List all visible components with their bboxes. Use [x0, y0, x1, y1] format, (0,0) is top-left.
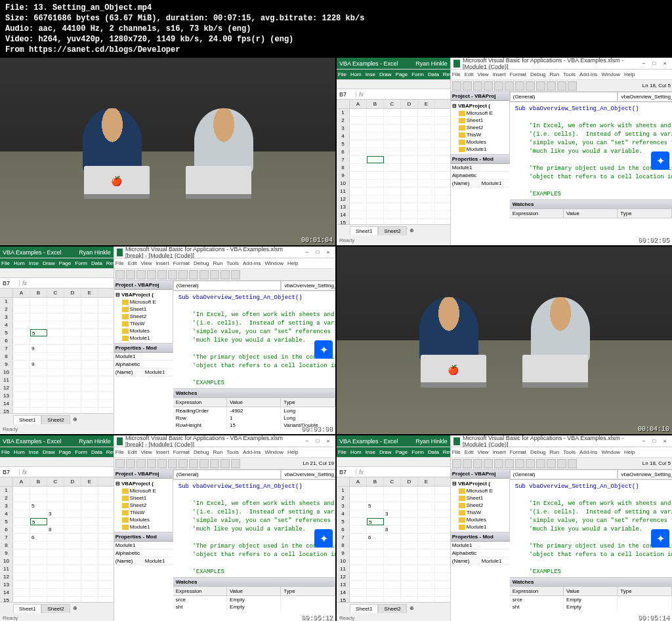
cell-d7[interactable]	[401, 534, 418, 541]
row-header-3[interactable]: 3	[337, 502, 350, 510]
cell-a6[interactable]	[13, 526, 30, 533]
row-header-12[interactable]: 12	[337, 195, 350, 203]
cell-c2[interactable]	[47, 494, 64, 502]
cell-b7[interactable]	[367, 156, 384, 163]
vba-menu-format[interactable]: Format	[173, 449, 190, 455]
tree-item[interactable]: Sheet1	[452, 117, 508, 124]
row-header-14[interactable]: 14	[337, 589, 350, 596]
sheet-tab-sheet1[interactable]: Sheet1	[350, 604, 378, 613]
tree-item[interactable]: Module1	[116, 523, 171, 531]
cell-c12[interactable]	[384, 195, 401, 203]
cell-b15[interactable]	[30, 408, 47, 413]
cell-d3[interactable]	[401, 125, 418, 132]
cell-c15[interactable]	[384, 219, 401, 224]
cell-b1[interactable]	[367, 109, 384, 116]
cell-a4[interactable]	[13, 510, 30, 517]
cell-b9[interactable]	[30, 550, 47, 557]
cell-a4[interactable]	[13, 321, 30, 329]
vba-menu-tools[interactable]: Tools	[563, 71, 576, 77]
cell-e4[interactable]	[418, 132, 435, 140]
cell-a10[interactable]	[13, 369, 30, 376]
toolbar-button-0[interactable]	[452, 459, 461, 468]
toolbar-button-4[interactable]	[158, 459, 167, 468]
cell-a10[interactable]	[350, 557, 367, 565]
cell-d13[interactable]	[64, 581, 81, 588]
cell-b2[interactable]	[30, 306, 47, 313]
cell-b2[interactable]	[367, 494, 384, 502]
cell-b4[interactable]	[367, 510, 384, 517]
toolbar-button-10[interactable]	[557, 81, 566, 90]
row-header-7[interactable]: 7	[337, 156, 350, 163]
cell-d1[interactable]	[64, 487, 81, 494]
cell-c4[interactable]: 3	[47, 510, 64, 517]
col-header-C[interactable]: C	[384, 477, 401, 486]
row-header-13[interactable]: 13	[0, 581, 13, 588]
cell-d1[interactable]	[401, 109, 418, 116]
cell-c5[interactable]	[384, 518, 401, 525]
watch-col-value[interactable]: Value	[227, 398, 281, 407]
row-header-1[interactable]: 1	[337, 487, 350, 494]
cell-e6[interactable]	[81, 526, 98, 533]
cell-b11[interactable]	[30, 565, 47, 572]
toolbar-button-4[interactable]	[158, 270, 167, 279]
cell-a7[interactable]	[350, 534, 367, 541]
cell-c11[interactable]	[384, 188, 401, 195]
toolbar-button-8[interactable]	[536, 81, 545, 90]
row-header-10[interactable]: 10	[0, 369, 13, 376]
cell-b7[interactable]: 6	[30, 534, 47, 541]
cell-d1[interactable]	[64, 298, 81, 305]
cell-e1[interactable]	[81, 298, 98, 305]
cell-d2[interactable]	[401, 494, 418, 502]
row-header-13[interactable]: 13	[0, 392, 13, 399]
cell-b9[interactable]	[367, 172, 384, 179]
col-header-A[interactable]: A	[350, 100, 367, 108]
toolbar-button-6[interactable]	[178, 270, 188, 279]
cell-b10[interactable]	[367, 557, 384, 565]
excel-menu-data[interactable]: Data	[428, 71, 439, 77]
toolbar-button-11[interactable]	[231, 459, 240, 468]
excel-menu-data[interactable]: Data	[91, 260, 102, 266]
prop-alpha-tab[interactable]: Alphabetic	[114, 361, 144, 368]
toolbar-button-10[interactable]	[220, 459, 230, 468]
vba-menu-help[interactable]: Help	[287, 260, 298, 266]
add-sheet-button[interactable]: ⊕	[410, 228, 414, 233]
row-header-9[interactable]: 9	[337, 172, 350, 179]
cell-c15[interactable]	[47, 408, 64, 413]
minimize-button[interactable]: −	[639, 60, 648, 68]
cell-c11[interactable]	[47, 376, 64, 384]
vba-menu-insert[interactable]: Insert	[156, 449, 169, 455]
cell-d15[interactable]	[401, 219, 418, 224]
row-header-12[interactable]: 12	[0, 573, 13, 580]
cell-e5[interactable]	[81, 329, 98, 336]
cell-d14[interactable]	[401, 589, 418, 596]
cell-b10[interactable]	[30, 557, 47, 565]
cell-c9[interactable]	[384, 550, 401, 557]
cell-e2[interactable]	[418, 117, 435, 124]
cell-e1[interactable]	[418, 109, 435, 116]
cell-b4[interactable]	[30, 321, 47, 329]
cell-c4[interactable]: 3	[384, 510, 401, 517]
cell-d5[interactable]	[64, 518, 81, 525]
add-sheet-button[interactable]: ⊕	[73, 605, 77, 611]
cell-b13[interactable]	[30, 392, 47, 399]
procedure-dropdown[interactable]: vbaOverview_Setting_An_Object	[618, 470, 672, 479]
row-header-11[interactable]: 11	[0, 565, 13, 572]
row-header-15[interactable]: 15	[337, 597, 350, 602]
row-header-7[interactable]: 7	[0, 534, 13, 541]
cell-d10[interactable]	[64, 557, 81, 565]
cell-d9[interactable]	[401, 550, 418, 557]
toolbar-button-1[interactable]	[463, 81, 472, 90]
tree-item[interactable]: Module1	[452, 146, 508, 153]
cell-c5[interactable]	[47, 518, 64, 525]
cell-a12[interactable]	[13, 384, 30, 391]
row-header-15[interactable]: 15	[0, 408, 13, 413]
cell-c8[interactable]	[384, 164, 401, 171]
vba-menu-tools[interactable]: Tools	[226, 260, 239, 266]
cell-a11[interactable]	[350, 188, 367, 195]
tree-item[interactable]: ThisW	[116, 509, 171, 516]
cell-b14[interactable]	[30, 400, 47, 407]
row-header-3[interactable]: 3	[0, 502, 13, 510]
vba-menu-add-ins[interactable]: Add-Ins	[579, 449, 598, 455]
toolbar-button-2[interactable]	[473, 81, 482, 90]
cell-a15[interactable]	[13, 408, 30, 413]
